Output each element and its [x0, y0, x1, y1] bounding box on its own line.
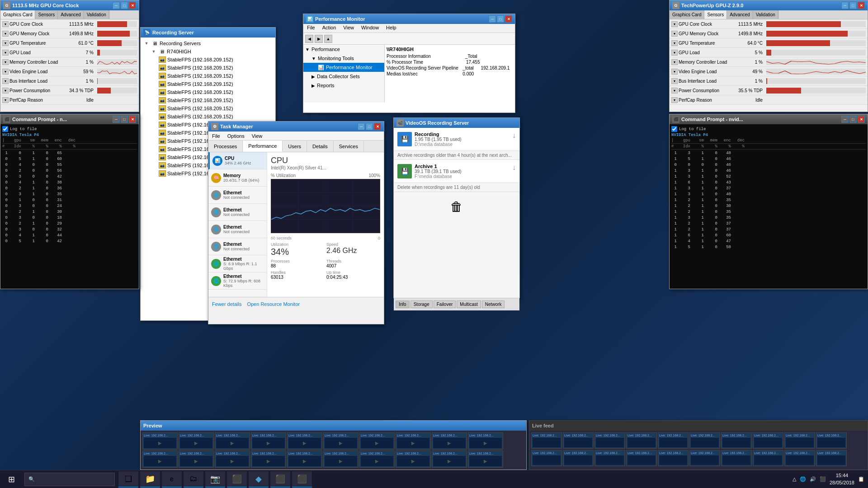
perf-maximize[interactable]: □: [497, 15, 504, 23]
tm-titlebar[interactable]: ⚙ Task Manager ─ □ ✕: [208, 122, 384, 131]
tray-expand[interactable]: △: [793, 476, 796, 482]
rs-ip-item[interactable]: 📷StableFPS (192.168.209.152): [142, 72, 274, 80]
gpuz-right-minimize[interactable]: ─: [841, 2, 849, 9]
network-thumbnail[interactable]: Live: 192.168.2...: [721, 432, 752, 449]
tm-sidebar-item[interactable]: 🌐EthernetNot connected: [208, 238, 267, 255]
network-thumbnail[interactable]: Live: 192.168.2...: [626, 450, 657, 466]
gpuz-sensor-dropdown[interactable]: ▼: [671, 40, 678, 46]
tm-menu-file[interactable]: File: [208, 132, 224, 140]
gpuz-sensor-dropdown[interactable]: ▼: [2, 31, 9, 37]
videoos-tab-storage[interactable]: Storage: [410, 300, 433, 308]
gpuz-sensor-dropdown[interactable]: ▼: [2, 50, 9, 56]
preview-thumbnail[interactable]: Live: 192.168.2...▶: [287, 432, 322, 450]
taskbar-app-cmd[interactable]: ⬛: [270, 471, 290, 488]
rs-ip-item[interactable]: 📷StableFPS (192.168.209.152): [142, 80, 274, 88]
network-thumbnail[interactable]: Live: 192.168.2...: [689, 432, 720, 449]
recording-server-titlebar[interactable]: 📡 Recording Server: [141, 28, 275, 38]
preview-titlebar[interactable]: Preview: [141, 421, 526, 431]
gpuz-sensor-dropdown[interactable]: ▼: [2, 88, 9, 94]
taskbar-app-misc1[interactable]: ⬛: [227, 471, 247, 488]
rs-ip-item[interactable]: 📷StableFPS (192.168.209.152): [142, 56, 274, 64]
rs-ip-item[interactable]: 📷StableFPS (192.168.209.152): [142, 96, 274, 104]
preview-thumbnail[interactable]: Live: 192.168.2...▶: [323, 450, 359, 468]
perf-close[interactable]: ✕: [505, 15, 512, 23]
rs-ip-item[interactable]: 📷StableFPS (192.168.209.152): [142, 113, 274, 121]
preview-thumbnail[interactable]: Live: 192.168.2...▶: [179, 432, 214, 450]
tm-minimize[interactable]: ─: [358, 123, 365, 130]
preview-thumbnail[interactable]: Live: 192.168.2...▶: [359, 432, 395, 450]
tm-sidebar-item[interactable]: 📊CPU34% 2.46 GHz: [208, 152, 267, 169]
network-thumbnail[interactable]: Live: 192.168.2...: [531, 450, 562, 466]
gpuz-left-titlebar[interactable]: G 1113.5 MHz GPU Core Clock ─ □ ✕: [0, 0, 139, 10]
network-titlebar[interactable]: Live feed: [529, 421, 868, 431]
network-thumbnail[interactable]: Live: 192.168.2...: [784, 432, 815, 449]
gpuz-sensor-dropdown[interactable]: ▼: [671, 50, 678, 56]
tm-close[interactable]: ✕: [374, 123, 381, 130]
preview-thumbnail[interactable]: Live: 192.168.2...▶: [323, 432, 359, 450]
cmd-logfile-checkbox[interactable]: [671, 126, 677, 132]
taskbar-time-display[interactable]: 15:44 28/05/2018: [830, 472, 854, 486]
gpuz-sensor-dropdown[interactable]: ▼: [2, 21, 9, 27]
preview-thumbnail[interactable]: Live: 192.168.2...▶: [179, 450, 214, 468]
gpuz-left-maximize[interactable]: □: [121, 2, 128, 9]
network-thumbnail[interactable]: Live: 192.168.2...: [594, 450, 625, 466]
videoos-titlebar[interactable]: 📹 VideoOS Recording Server: [394, 118, 519, 128]
gpuz-sensor-dropdown[interactable]: ▼: [2, 78, 9, 84]
gpuz-right-tab-sensors[interactable]: Sensors: [704, 10, 727, 19]
tm-tab-users[interactable]: Users: [283, 141, 307, 152]
preview-thumbnail[interactable]: Live: 192.168.2...▶: [432, 432, 467, 450]
preview-thumbnail[interactable]: Live: 192.168.2...▶: [432, 450, 467, 468]
tm-sidebar-item[interactable]: 🌐EthernetS: 72.9 Mbps R: 608 Kbps: [208, 272, 267, 290]
cmd-left-maximize[interactable]: □: [121, 116, 128, 123]
gpuz-sensor-dropdown[interactable]: ▼: [671, 21, 678, 27]
network-thumbnail[interactable]: Live: 192.168.2...: [531, 432, 562, 449]
cmd-logfile-checkbox[interactable]: [2, 126, 8, 132]
tm-tab-performance[interactable]: Performance: [243, 141, 283, 152]
perf-tree-reports[interactable]: ▶ Reports: [303, 81, 384, 90]
perf-minimize[interactable]: ─: [489, 15, 496, 23]
gpuz-left-minimize[interactable]: ─: [113, 2, 120, 9]
tm-tab-details[interactable]: Details: [307, 141, 334, 152]
rs-ip-item[interactable]: 📷StableFPS (192.168.209.152): [142, 64, 274, 72]
rs-recording-servers[interactable]: ▼ 🖥 Recording Servers: [142, 39, 274, 47]
gpuz-tab-validation[interactable]: Validation: [84, 10, 109, 19]
preview-thumbnail[interactable]: Live: 192.168.2...▶: [396, 450, 431, 468]
perf-menu-view[interactable]: View: [340, 24, 358, 33]
tm-sidebar-item[interactable]: 🧠Memory20.4/31.7 GB (64%): [208, 169, 267, 187]
gpuz-sensor-dropdown[interactable]: ▼: [671, 97, 678, 103]
tm-fewer-details[interactable]: Fewer details: [212, 301, 241, 307]
rs-expand-1[interactable]: ▼: [143, 40, 150, 47]
videoos-tab-info[interactable]: Info: [396, 300, 410, 308]
gpuz-left-close[interactable]: ✕: [129, 2, 136, 9]
network-thumbnail[interactable]: Live: 192.168.2...: [658, 450, 689, 466]
network-thumbnail[interactable]: Live: 192.168.2...: [721, 450, 752, 466]
perf-fwd-btn[interactable]: ▶: [315, 35, 323, 43]
perf-menu-window[interactable]: Window: [358, 24, 382, 33]
taskbar-app-misc2[interactable]: ◆: [249, 471, 269, 488]
taskbar-app-explorer[interactable]: 📁: [140, 471, 160, 488]
cmd-left-minimize[interactable]: ─: [113, 116, 120, 123]
cmd-right-minimize[interactable]: ─: [841, 116, 849, 123]
network-thumbnail[interactable]: Live: 192.168.2...: [658, 432, 689, 449]
taskbar-app-misc3[interactable]: ⬛: [292, 471, 312, 488]
gpuz-sensor-dropdown[interactable]: ▼: [2, 97, 9, 103]
perf-up-btn[interactable]: ▲: [324, 35, 332, 43]
perf-menu-action[interactable]: Action: [319, 24, 340, 33]
taskbar-app-ie[interactable]: ❑: [118, 471, 138, 488]
network-thumbnail[interactable]: Live: 192.168.2...: [816, 450, 847, 466]
perf-tree-datacol[interactable]: ▶ Data Collector Sets: [303, 72, 384, 81]
gpuz-right-maximize[interactable]: □: [849, 2, 857, 9]
rs-ip-item[interactable]: 📷StableFPS (192.168.209.152): [142, 88, 274, 96]
cmd-right-maximize[interactable]: □: [849, 116, 857, 123]
gpuz-right-tab-advanced[interactable]: Advanced: [727, 10, 753, 19]
cmd-left-titlebar[interactable]: ⬛ Command Prompt - n... ─ □ ✕: [0, 114, 139, 124]
gpuz-sensor-dropdown[interactable]: ▼: [2, 40, 9, 46]
preview-thumbnail[interactable]: Live: 192.168.2...▶: [142, 450, 178, 468]
gpuz-sensor-dropdown[interactable]: ▼: [2, 69, 9, 75]
videoos-tab-network[interactable]: Network: [482, 300, 505, 308]
videoos-tab-failover[interactable]: Failover: [434, 300, 456, 308]
perf-menu-help[interactable]: Help: [382, 24, 400, 33]
tm-sidebar-item[interactable]: 🌐EthernetNot connected: [208, 187, 267, 204]
tray-sound[interactable]: 🔊: [810, 476, 816, 482]
preview-thumbnail[interactable]: Live: 192.168.2...▶: [251, 432, 286, 450]
